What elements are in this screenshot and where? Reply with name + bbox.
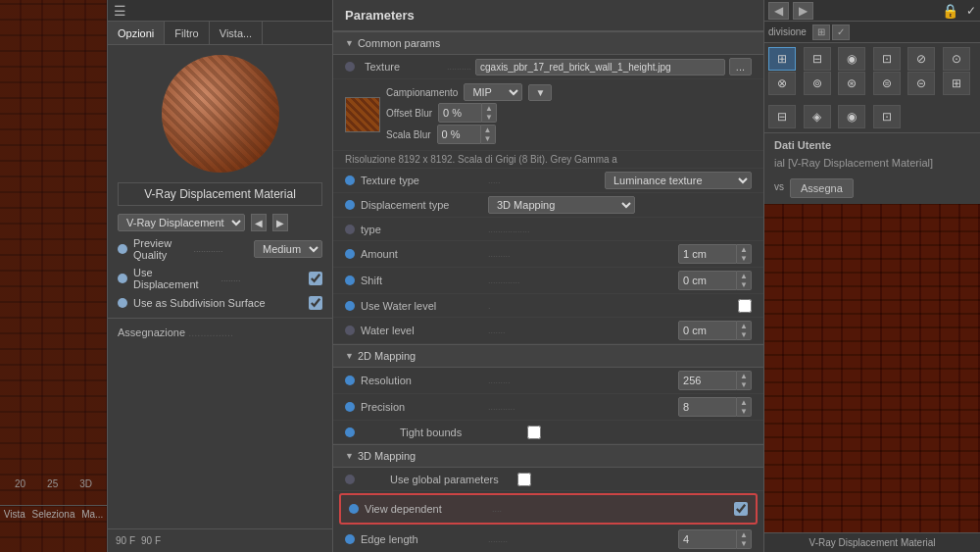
hamburger-icon[interactable]: ☰ xyxy=(114,3,126,19)
offset-blur-up[interactable]: ▲ xyxy=(482,104,496,113)
precision-row: Precision ........... ▲ ▼ xyxy=(333,394,763,421)
scala-blur-down[interactable]: ▼ xyxy=(481,134,495,143)
shift-label: Shift xyxy=(361,275,488,286)
shift-spinner: ▲ ▼ xyxy=(678,271,752,290)
grid-icon-b0[interactable]: ⊟ xyxy=(768,105,796,128)
section-2d-mapping[interactable]: ▼ 2D Mapping xyxy=(333,344,763,368)
app-wrapper: 20 25 3D Vista Seleziona Ma... ☰ Opzioni… xyxy=(0,0,980,552)
grid-icon-8[interactable]: ⊛ xyxy=(838,72,865,95)
type-dot xyxy=(345,225,355,234)
tab-ma[interactable]: Ma... xyxy=(77,505,107,523)
tab-opzioni[interactable]: Opzioni xyxy=(108,22,165,44)
use-subdivision-checkbox[interactable] xyxy=(309,296,322,310)
water-level-input[interactable] xyxy=(678,321,737,340)
grid-icon-7[interactable]: ⊚ xyxy=(804,72,831,95)
amount-dots: ......... xyxy=(488,249,678,259)
nav-back-btn[interactable]: ◀ xyxy=(768,2,789,20)
grid-icon-b2[interactable]: ◉ xyxy=(838,105,865,128)
preview-quality-select[interactable]: Medium xyxy=(254,240,322,258)
grid-icon-11[interactable]: ⊞ xyxy=(943,72,970,95)
section-3d-mapping[interactable]: ▼ 3D Mapping xyxy=(333,444,763,468)
water-level-down[interactable]: ▼ xyxy=(737,330,751,339)
tab-vista[interactable]: Vista xyxy=(0,505,29,523)
shift-down[interactable]: ▼ xyxy=(737,280,751,289)
right-preview xyxy=(764,204,980,532)
num-20: 20 xyxy=(15,478,25,489)
displacement-type-select[interactable]: 3D Mapping xyxy=(488,196,635,214)
use-displacement-checkbox[interactable] xyxy=(309,272,322,285)
grid-icon-9[interactable]: ⊜ xyxy=(873,72,901,95)
highlight-box: View dependent .... xyxy=(339,493,758,525)
grid-icon-0[interactable]: ⊞ xyxy=(768,47,796,71)
resolution-spinner: ▲ ▼ xyxy=(678,371,752,390)
precision-down[interactable]: ▼ xyxy=(737,407,751,416)
offset-blur-arrows: ▲ ▼ xyxy=(482,103,497,123)
shift-up[interactable]: ▲ xyxy=(737,272,751,280)
texture-browse-btn[interactable]: ... xyxy=(729,58,752,75)
frame-labels: 90 F 90 F xyxy=(108,528,332,552)
right-icon-grid: ⊞ ⊟ ◉ ⊡ ⊘ ⊙ ⊗ ⊚ ⊛ ⊜ ⊝ ⊞ xyxy=(764,43,980,99)
dati-utente-title: Dati Utente xyxy=(774,139,970,151)
offset-blur-down[interactable]: ▼ xyxy=(482,113,496,122)
section-common-params[interactable]: ▼ Common params xyxy=(333,31,763,55)
view-dependent-dots: .... xyxy=(492,504,734,514)
grid-icon-2[interactable]: ◉ xyxy=(838,47,865,71)
campionamento-select[interactable]: MIP xyxy=(464,83,522,101)
grid-icon-1[interactable]: ⊟ xyxy=(804,47,831,71)
texture-type-select[interactable]: Luminance texture xyxy=(605,172,752,189)
shift-input[interactable] xyxy=(678,271,737,290)
use-displacement-dots: ........ xyxy=(221,274,304,283)
grid-icon-b3[interactable]: ⊡ xyxy=(873,105,901,128)
shift-dots: ............. xyxy=(488,276,678,285)
preview-quality-row: Preview Quality ............ Medium xyxy=(118,237,322,261)
grid-icon-6[interactable]: ⊗ xyxy=(768,72,796,95)
edge-length-up[interactable]: ▲ xyxy=(737,530,751,539)
precision-input[interactable] xyxy=(678,397,737,417)
precision-up[interactable]: ▲ xyxy=(737,398,751,407)
scala-blur-row: Scala Blur ▲ ▼ xyxy=(386,125,752,144)
tab-seleziona[interactable]: Seleziona xyxy=(29,505,78,523)
material-prev-btn[interactable]: ◀ xyxy=(251,214,267,231)
scala-blur-input[interactable] xyxy=(437,125,481,144)
grid-icon-5[interactable]: ⊙ xyxy=(943,47,970,71)
grid-icon-3[interactable]: ⊡ xyxy=(873,47,901,71)
right-icon-grid-2: ⊟ ◈ ◉ ⊡ xyxy=(764,101,980,132)
tab-filtro[interactable]: Filtro xyxy=(165,22,209,44)
edge-length-input[interactable] xyxy=(678,529,737,549)
amount-down[interactable]: ▼ xyxy=(737,254,751,263)
scala-blur-arrows: ▲ ▼ xyxy=(481,125,496,144)
use-water-level-checkbox[interactable] xyxy=(738,299,752,313)
toolbar-btn-1[interactable]: ⊞ xyxy=(812,25,830,40)
resolution-down[interactable]: ▼ xyxy=(737,380,751,389)
view-dependent-checkbox[interactable] xyxy=(734,502,748,516)
resolution-input[interactable] xyxy=(678,371,737,390)
tab-vista[interactable]: Vista... xyxy=(210,22,263,44)
offset-blur-input[interactable] xyxy=(438,103,482,123)
water-level-dot xyxy=(345,326,355,335)
grid-icon-10[interactable]: ⊝ xyxy=(907,72,935,95)
resolution-up[interactable]: ▲ xyxy=(737,372,751,380)
grid-icon-4[interactable]: ⊘ xyxy=(907,47,935,71)
material-panel: ☰ Opzioni Filtro Vista... V-Ray Displace… xyxy=(108,0,333,552)
material-type-select[interactable]: V-Ray Displacement xyxy=(118,214,245,231)
texture-file-input[interactable] xyxy=(475,59,725,75)
brick-texture-bg xyxy=(0,0,108,552)
amount-up[interactable]: ▲ xyxy=(737,245,751,254)
preview-quality-dots: ............ xyxy=(194,244,249,254)
material-next-btn[interactable]: ▶ xyxy=(272,214,288,231)
tight-bounds-label: Tight bounds xyxy=(400,427,527,438)
use-water-level-row: Use Water level . xyxy=(333,294,763,318)
check-icon: ✓ xyxy=(966,4,976,18)
assegna-button[interactable]: Assegna xyxy=(790,178,854,198)
scala-blur-up[interactable]: ▲ xyxy=(481,125,495,134)
campionamento-btn[interactable]: ▼ xyxy=(528,84,552,101)
water-level-up[interactable]: ▲ xyxy=(737,322,751,330)
nav-forward-btn[interactable]: ▶ xyxy=(793,2,813,20)
edge-length-down[interactable]: ▼ xyxy=(737,539,751,548)
tight-bounds-checkbox[interactable] xyxy=(527,426,541,439)
toolbar-btn-2[interactable]: ✓ xyxy=(832,25,850,40)
grid-icon-b1[interactable]: ◈ xyxy=(804,105,831,128)
amount-input[interactable] xyxy=(678,244,737,264)
texture-type-dots: ..... xyxy=(488,176,605,185)
use-global-checkbox[interactable] xyxy=(517,473,531,486)
